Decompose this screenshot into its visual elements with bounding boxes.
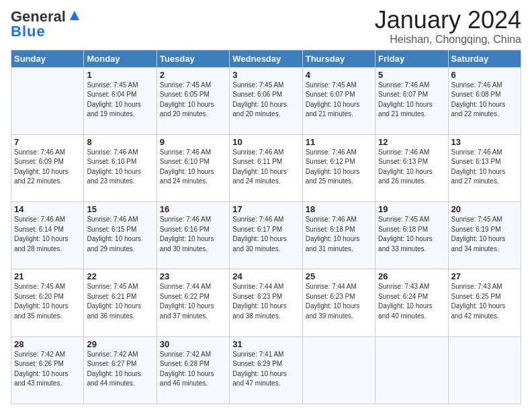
weekday-header-row: Sunday Monday Tuesday Wednesday Thursday… [11,50,521,67]
table-row [448,336,521,404]
day-info: Sunrise: 7:46 AM Sunset: 6:15 PM Dayligh… [87,215,153,254]
table-row: 4Sunrise: 7:45 AM Sunset: 6:07 PM Daylig… [302,67,375,134]
day-number: 20 [451,204,518,214]
table-row [11,67,84,134]
day-info: Sunrise: 7:46 AM Sunset: 6:17 PM Dayligh… [232,215,299,254]
day-info: Sunrise: 7:42 AM Sunset: 6:27 PM Dayligh… [87,350,153,389]
day-number: 3 [232,70,299,80]
day-info: Sunrise: 7:45 AM Sunset: 6:05 PM Dayligh… [160,81,226,120]
day-info: Sunrise: 7:46 AM Sunset: 6:13 PM Dayligh… [378,148,445,187]
table-row: 31Sunrise: 7:41 AM Sunset: 6:29 PM Dayli… [230,336,302,404]
day-info: Sunrise: 7:44 AM Sunset: 6:23 PM Dayligh… [306,282,372,321]
table-row: 23Sunrise: 7:44 AM Sunset: 6:22 PM Dayli… [157,269,229,336]
calendar-week-row: 14Sunrise: 7:46 AM Sunset: 6:14 PM Dayli… [11,202,521,269]
day-number: 21 [14,271,81,281]
day-info: Sunrise: 7:46 AM Sunset: 6:11 PM Dayligh… [232,148,299,187]
table-row [302,336,375,404]
day-info: Sunrise: 7:46 AM Sunset: 6:07 PM Dayligh… [378,81,445,120]
table-row: 13Sunrise: 7:46 AM Sunset: 6:13 PM Dayli… [448,134,521,201]
day-info: Sunrise: 7:45 AM Sunset: 6:19 PM Dayligh… [451,215,518,254]
logo-general: General [11,9,66,24]
table-row: 16Sunrise: 7:46 AM Sunset: 6:16 PM Dayli… [157,202,229,269]
table-row: 27Sunrise: 7:43 AM Sunset: 6:25 PM Dayli… [448,269,521,336]
day-number: 14 [14,204,81,214]
day-info: Sunrise: 7:43 AM Sunset: 6:24 PM Dayligh… [378,282,445,321]
day-number: 5 [378,70,445,80]
day-info: Sunrise: 7:46 AM Sunset: 6:14 PM Dayligh… [14,215,81,254]
day-number: 28 [14,339,81,349]
table-row: 7Sunrise: 7:46 AM Sunset: 6:09 PM Daylig… [11,134,84,201]
month-title: January 2024 [375,7,521,34]
day-number: 25 [306,271,372,281]
day-number: 2 [160,70,226,80]
day-info: Sunrise: 7:45 AM Sunset: 6:07 PM Dayligh… [306,81,372,120]
day-info: Sunrise: 7:46 AM Sunset: 6:16 PM Dayligh… [160,215,226,254]
table-row: 24Sunrise: 7:44 AM Sunset: 6:23 PM Dayli… [230,269,302,336]
table-row: 25Sunrise: 7:44 AM Sunset: 6:23 PM Dayli… [302,269,375,336]
table-row: 20Sunrise: 7:45 AM Sunset: 6:19 PM Dayli… [448,202,521,269]
day-info: Sunrise: 7:42 AM Sunset: 6:28 PM Dayligh… [160,350,226,389]
day-number: 24 [232,271,299,281]
table-row: 6Sunrise: 7:46 AM Sunset: 6:08 PM Daylig… [448,67,521,134]
table-row: 2Sunrise: 7:45 AM Sunset: 6:05 PM Daylig… [157,67,229,134]
day-number: 17 [232,204,299,214]
location-subtitle: Heishan, Chongqing, China [375,34,521,46]
day-info: Sunrise: 7:45 AM Sunset: 6:21 PM Dayligh… [87,282,153,321]
table-row: 12Sunrise: 7:46 AM Sunset: 6:13 PM Dayli… [375,134,448,201]
calendar-week-row: 28Sunrise: 7:42 AM Sunset: 6:26 PM Dayli… [11,336,521,404]
header-sunday: Sunday [11,50,84,67]
logo: General Blue [11,9,82,39]
day-number: 11 [306,137,372,147]
header-saturday: Saturday [448,50,521,67]
table-row: 10Sunrise: 7:46 AM Sunset: 6:11 PM Dayli… [230,134,302,201]
day-number: 29 [87,339,153,349]
table-row: 26Sunrise: 7:43 AM Sunset: 6:24 PM Dayli… [375,269,448,336]
svg-marker-0 [70,11,79,20]
table-row: 3Sunrise: 7:45 AM Sunset: 6:06 PM Daylig… [230,67,302,134]
day-info: Sunrise: 7:45 AM Sunset: 6:06 PM Dayligh… [232,81,299,120]
table-row: 30Sunrise: 7:42 AM Sunset: 6:28 PM Dayli… [157,336,229,404]
day-number: 8 [87,137,153,147]
day-info: Sunrise: 7:46 AM Sunset: 6:18 PM Dayligh… [306,215,372,254]
table-row: 29Sunrise: 7:42 AM Sunset: 6:27 PM Dayli… [84,336,157,404]
day-number: 22 [87,271,153,281]
day-info: Sunrise: 7:41 AM Sunset: 6:29 PM Dayligh… [232,350,299,389]
day-number: 9 [160,137,226,147]
day-number: 7 [14,137,81,147]
day-info: Sunrise: 7:43 AM Sunset: 6:25 PM Dayligh… [451,282,518,321]
day-info: Sunrise: 7:42 AM Sunset: 6:26 PM Dayligh… [14,350,81,389]
table-row: 18Sunrise: 7:46 AM Sunset: 6:18 PM Dayli… [302,202,375,269]
table-row: 9Sunrise: 7:46 AM Sunset: 6:10 PM Daylig… [157,134,229,201]
table-row: 5Sunrise: 7:46 AM Sunset: 6:07 PM Daylig… [375,67,448,134]
header-friday: Friday [375,50,448,67]
day-info: Sunrise: 7:46 AM Sunset: 6:08 PM Dayligh… [451,81,518,120]
day-number: 19 [378,204,445,214]
day-info: Sunrise: 7:44 AM Sunset: 6:23 PM Dayligh… [232,282,299,321]
table-row: 11Sunrise: 7:46 AM Sunset: 6:12 PM Dayli… [302,134,375,201]
day-number: 27 [451,271,518,281]
title-section: January 2024 Heishan, Chongqing, China [375,7,521,46]
header-tuesday: Tuesday [157,50,229,67]
calendar-week-row: 1Sunrise: 7:45 AM Sunset: 6:04 PM Daylig… [11,67,521,134]
calendar-week-row: 21Sunrise: 7:45 AM Sunset: 6:20 PM Dayli… [11,269,521,336]
day-number: 16 [160,204,226,214]
table-row: 22Sunrise: 7:45 AM Sunset: 6:21 PM Dayli… [84,269,157,336]
day-number: 12 [378,137,445,147]
logo-icon [67,8,82,23]
table-row: 21Sunrise: 7:45 AM Sunset: 6:20 PM Dayli… [11,269,84,336]
day-number: 15 [87,204,153,214]
header-thursday: Thursday [302,50,375,67]
day-info: Sunrise: 7:46 AM Sunset: 6:13 PM Dayligh… [451,148,518,187]
day-info: Sunrise: 7:45 AM Sunset: 6:04 PM Dayligh… [87,81,153,120]
day-number: 30 [160,339,226,349]
table-row: 1Sunrise: 7:45 AM Sunset: 6:04 PM Daylig… [84,67,157,134]
day-number: 31 [232,339,299,349]
calendar-week-row: 7Sunrise: 7:46 AM Sunset: 6:09 PM Daylig… [11,134,521,201]
day-info: Sunrise: 7:46 AM Sunset: 6:09 PM Dayligh… [14,148,81,187]
day-number: 10 [232,137,299,147]
table-row [375,336,448,404]
table-row: 17Sunrise: 7:46 AM Sunset: 6:17 PM Dayli… [230,202,302,269]
header-monday: Monday [84,50,157,67]
logo-blue-text: Blue [11,24,46,39]
day-number: 18 [306,204,372,214]
